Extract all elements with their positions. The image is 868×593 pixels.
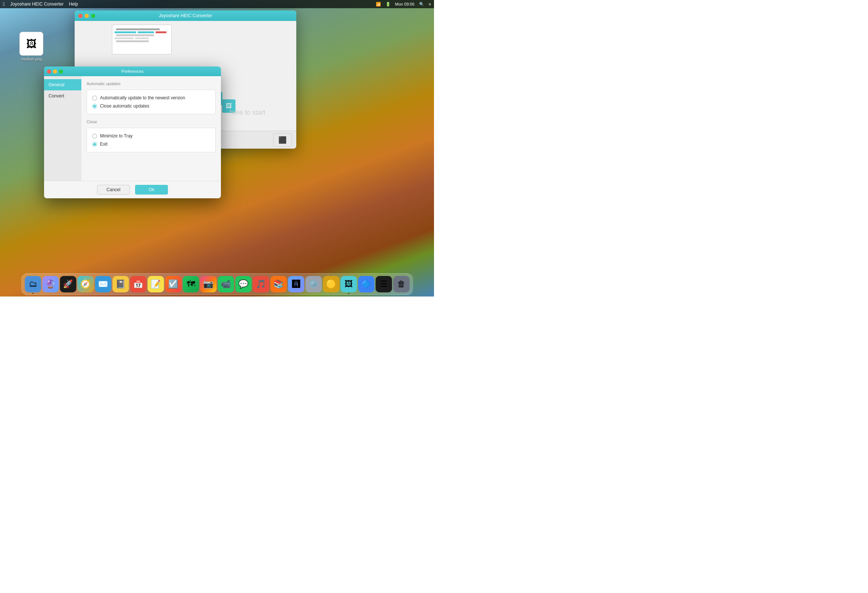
main-window-title: Joyoshare HEIC Converter [159,13,212,18]
close-updates-label: Close automatic updates [100,104,149,109]
close-section-title: Close [87,120,216,124]
music-icon: 🎵 [256,279,266,289]
exit-label: Exit [100,142,108,147]
pref-close-button[interactable] [47,70,51,74]
menubar-right: 📶 🔋 Mon 09:06 🔍 ≡ [376,2,431,7]
dock-finder[interactable]: 🗂 [25,276,41,293]
finder-active-dot [32,293,34,294]
automatic-updates-title: Automatic updates [87,81,216,86]
dock-trash[interactable]: 🗑 [393,276,409,293]
appstore-icon: 🅰 [292,279,300,289]
mail-icon: ✉️ [98,279,108,289]
dock-aomei[interactable]: 🔷 [358,276,374,293]
dock: 🗂 🔮 🚀 🧭 ✉️ 📓 📅 📝 ☑️ 🗺 📷 [21,274,413,295]
sysprefs-icon: ⚙️ [309,279,319,289]
dock-notes[interactable]: 📓 [112,276,129,293]
cancel-button[interactable]: Cancel [97,185,130,195]
battery-icon: 🔋 [385,2,391,7]
dock-facetime[interactable]: 📹 [217,276,234,293]
heic-active-dot [348,293,349,294]
pref-titlebar: Preferences [44,67,221,76]
dock-bars-app[interactable]: ☰ [375,276,392,293]
sidebar-item-convert[interactable]: Convert [44,90,81,102]
finder-icon: 🗂 [29,279,37,289]
close-updates-option[interactable]: Close automatic updates [92,102,210,110]
books-icon: 📚 [273,279,283,289]
auto-update-radio[interactable] [92,96,97,101]
general-label: General [49,82,65,87]
preferences-dialog: Preferences General Convert Automatic up… [44,67,221,198]
close-updates-radio[interactable] [92,104,97,109]
exit-radio[interactable] [92,142,97,147]
heic-icon: 🖼 [344,279,353,289]
main-titlebar: Joyoshare HEIC Converter [75,10,296,21]
dock-books[interactable]: 📚 [270,276,286,293]
pref-body: General Convert Automatic updates Automa… [44,76,221,181]
dock-gold-app[interactable]: 🟡 [323,276,339,293]
menubar:  Joyoshare HEIC Converter Help 📶 🔋 Mon … [0,0,434,8]
main-maximize-button[interactable] [91,14,95,18]
dock-maps[interactable]: 🗺 [183,276,199,293]
app-name-menu[interactable]: Joyoshare HEIC Converter [10,1,63,7]
main-minimize-button[interactable] [85,14,89,18]
pref-footer: Cancel Ok [44,181,221,198]
file-thumbnail: 🖼 [19,32,43,56]
pref-sidebar: General Convert [44,76,81,181]
auto-update-option[interactable]: Automatically update to the newest versi… [92,94,210,102]
siri-icon: 🔮 [46,279,56,289]
dock-sysprefs[interactable]: ⚙️ [305,276,322,293]
safari-icon: 🧭 [81,279,91,289]
exit-option[interactable]: Exit [92,140,210,148]
main-window-controls [78,14,95,18]
close-section-box: Minimize to Tray Exit [87,128,216,152]
control-center-icon[interactable]: ≡ [429,2,431,6]
minimize-tray-label: Minimize to Tray [100,133,133,139]
dock-stickies[interactable]: 📝 [148,276,164,293]
dock-mail[interactable]: ✉️ [95,276,111,293]
dock-photos[interactable]: 📷 [200,276,217,293]
help-menu[interactable]: Help [69,1,78,7]
time-display: Mon 09:06 [395,2,415,6]
launchpad-icon: 🚀 [63,279,73,289]
calendar-icon: 📅 [133,279,143,289]
maps-icon: 🗺 [187,279,195,289]
file-label: medium.png [21,57,41,61]
main-close-button[interactable] [78,14,83,18]
desktop-file-icon[interactable]: 🖼 medium.png [19,32,43,61]
automatic-updates-box: Automatically update to the newest versi… [87,90,216,114]
preview-table [112,25,172,55]
dock-launchpad[interactable]: 🚀 [60,276,76,293]
convert-button[interactable]: ⬛ [273,133,292,147]
dock-music[interactable]: 🎵 [252,276,269,293]
gold-icon: 🟡 [326,279,336,289]
aomei-icon: 🔷 [361,279,371,289]
reminders-icon: ☑️ [168,279,179,289]
dock-messages[interactable]: 💬 [235,276,251,293]
trash-icon: 🗑 [397,279,405,289]
wifi-icon: 📶 [376,2,381,7]
file-icon: 🖼 [26,38,37,50]
facetime-icon: 📹 [221,279,231,289]
pref-minimize-button[interactable] [53,70,57,74]
stickies-icon: 📝 [151,279,161,289]
desktop:  Joyoshare HEIC Converter Help 📶 🔋 Mon … [0,0,434,297]
dock-safari[interactable]: 🧭 [77,276,94,293]
convert-icon: ⬛ [278,136,286,144]
dock-appstore[interactable]: 🅰 [288,276,304,293]
sidebar-item-general[interactable]: General [44,79,81,90]
pref-maximize-button[interactable] [59,70,63,74]
start-hint-text: here to start [229,109,265,117]
dock-calendar[interactable]: 📅 [130,276,146,293]
minimize-tray-radio[interactable] [92,134,97,139]
dock-heic-converter[interactable]: 🖼 [340,276,357,293]
bars-icon: ☰ [380,279,387,289]
dock-siri[interactable]: 🔮 [42,276,59,293]
search-icon[interactable]: 🔍 [419,2,424,7]
convert-label: Convert [49,93,64,99]
dock-reminders[interactable]: ☑️ [165,276,182,293]
pref-main-content: Automatic updates Automatically update t… [81,76,221,181]
minimize-tray-option[interactable]: Minimize to Tray [92,132,210,140]
apple-menu-icon[interactable]:  [3,1,5,7]
messages-icon: 💬 [238,279,248,289]
ok-button[interactable]: Ok [135,185,168,195]
